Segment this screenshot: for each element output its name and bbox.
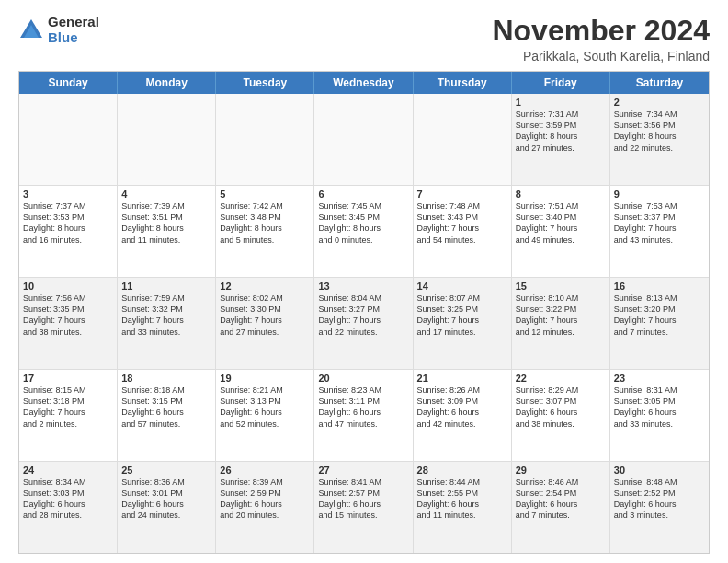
day-number: 9 bbox=[614, 189, 705, 200]
calendar-cell: 15Sunrise: 8:10 AMSunset: 3:22 PMDayligh… bbox=[512, 278, 610, 369]
day-number: 10 bbox=[23, 281, 113, 292]
day-number: 20 bbox=[318, 373, 408, 384]
cell-info: Sunrise: 8:21 AMSunset: 3:13 PMDaylight:… bbox=[220, 385, 310, 430]
calendar-cell: 26Sunrise: 8:39 AMSunset: 2:59 PMDayligh… bbox=[216, 462, 314, 553]
day-number: 11 bbox=[121, 281, 211, 292]
day-number: 24 bbox=[23, 465, 113, 476]
cell-info: Sunrise: 8:23 AMSunset: 3:11 PMDaylight:… bbox=[318, 385, 408, 430]
day-number: 6 bbox=[318, 189, 408, 200]
cell-info: Sunrise: 8:41 AMSunset: 2:57 PMDaylight:… bbox=[318, 477, 408, 522]
calendar-cell: 20Sunrise: 8:23 AMSunset: 3:11 PMDayligh… bbox=[314, 370, 413, 461]
cell-info: Sunrise: 8:34 AMSunset: 3:03 PMDaylight:… bbox=[23, 477, 113, 522]
day-number: 16 bbox=[614, 281, 705, 292]
calendar-row: 24Sunrise: 8:34 AMSunset: 3:03 PMDayligh… bbox=[19, 462, 709, 553]
day-number: 29 bbox=[516, 465, 606, 476]
calendar: SundayMondayTuesdayWednesdayThursdayFrid… bbox=[18, 71, 710, 554]
cell-info: Sunrise: 8:10 AMSunset: 3:22 PMDaylight:… bbox=[516, 293, 606, 338]
logo-icon bbox=[18, 17, 44, 43]
calendar-cell: 16Sunrise: 8:13 AMSunset: 3:20 PMDayligh… bbox=[610, 278, 709, 369]
day-number: 3 bbox=[23, 189, 113, 200]
cell-info: Sunrise: 8:18 AMSunset: 3:15 PMDaylight:… bbox=[121, 385, 211, 430]
cell-info: Sunrise: 7:53 AMSunset: 3:37 PMDaylight:… bbox=[614, 201, 705, 246]
cell-info: Sunrise: 7:37 AMSunset: 3:53 PMDaylight:… bbox=[23, 201, 113, 246]
cell-info: Sunrise: 8:36 AMSunset: 3:01 PMDaylight:… bbox=[121, 477, 211, 522]
cell-info: Sunrise: 7:56 AMSunset: 3:35 PMDaylight:… bbox=[23, 293, 113, 338]
cell-info: Sunrise: 7:31 AMSunset: 3:59 PMDaylight:… bbox=[516, 109, 606, 154]
day-number: 14 bbox=[417, 281, 507, 292]
day-number: 28 bbox=[417, 465, 507, 476]
page: General Blue November 2024 Parikkala, So… bbox=[0, 0, 728, 563]
calendar-cell: 2Sunrise: 7:34 AMSunset: 3:56 PMDaylight… bbox=[610, 94, 709, 185]
cell-info: Sunrise: 8:39 AMSunset: 2:59 PMDaylight:… bbox=[220, 477, 310, 522]
cell-info: Sunrise: 7:42 AMSunset: 3:48 PMDaylight:… bbox=[220, 201, 310, 246]
cell-info: Sunrise: 7:48 AMSunset: 3:43 PMDaylight:… bbox=[417, 201, 507, 246]
cell-info: Sunrise: 8:48 AMSunset: 2:52 PMDaylight:… bbox=[614, 477, 705, 522]
calendar-cell bbox=[314, 94, 413, 185]
calendar-cell: 28Sunrise: 8:44 AMSunset: 2:55 PMDayligh… bbox=[414, 462, 512, 553]
calendar-cell: 3Sunrise: 7:37 AMSunset: 3:53 PMDaylight… bbox=[19, 186, 118, 277]
day-number: 21 bbox=[417, 373, 507, 384]
cell-info: Sunrise: 7:59 AMSunset: 3:32 PMDaylight:… bbox=[121, 293, 211, 338]
calendar-cell: 8Sunrise: 7:51 AMSunset: 3:40 PMDaylight… bbox=[512, 186, 610, 277]
day-number: 26 bbox=[220, 465, 310, 476]
weekday-header: Wednesday bbox=[314, 72, 413, 94]
cell-info: Sunrise: 7:45 AMSunset: 3:45 PMDaylight:… bbox=[318, 201, 408, 246]
location: Parikkala, South Karelia, Finland bbox=[492, 49, 710, 63]
cell-info: Sunrise: 8:07 AMSunset: 3:25 PMDaylight:… bbox=[417, 293, 507, 338]
calendar-cell bbox=[118, 94, 216, 185]
calendar-cell: 18Sunrise: 8:18 AMSunset: 3:15 PMDayligh… bbox=[118, 370, 216, 461]
calendar-cell: 24Sunrise: 8:34 AMSunset: 3:03 PMDayligh… bbox=[19, 462, 118, 553]
calendar-cell bbox=[216, 94, 314, 185]
calendar-cell: 5Sunrise: 7:42 AMSunset: 3:48 PMDaylight… bbox=[216, 186, 314, 277]
calendar-cell: 30Sunrise: 8:48 AMSunset: 2:52 PMDayligh… bbox=[610, 462, 709, 553]
title-area: November 2024 Parikkala, South Karelia, … bbox=[492, 15, 710, 63]
day-number: 1 bbox=[516, 97, 606, 108]
calendar-cell: 17Sunrise: 8:15 AMSunset: 3:18 PMDayligh… bbox=[19, 370, 118, 461]
cell-info: Sunrise: 8:02 AMSunset: 3:30 PMDaylight:… bbox=[220, 293, 310, 338]
calendar-cell: 19Sunrise: 8:21 AMSunset: 3:13 PMDayligh… bbox=[216, 370, 314, 461]
header: General Blue November 2024 Parikkala, So… bbox=[18, 15, 710, 63]
calendar-row: 10Sunrise: 7:56 AMSunset: 3:35 PMDayligh… bbox=[19, 278, 709, 370]
calendar-cell: 12Sunrise: 8:02 AMSunset: 3:30 PMDayligh… bbox=[216, 278, 314, 369]
day-number: 8 bbox=[516, 189, 606, 200]
weekday-header: Saturday bbox=[610, 72, 709, 94]
weekday-header: Sunday bbox=[19, 72, 118, 94]
cell-info: Sunrise: 7:51 AMSunset: 3:40 PMDaylight:… bbox=[516, 201, 606, 246]
cell-info: Sunrise: 8:13 AMSunset: 3:20 PMDaylight:… bbox=[614, 293, 705, 338]
calendar-cell: 7Sunrise: 7:48 AMSunset: 3:43 PMDaylight… bbox=[414, 186, 512, 277]
cell-info: Sunrise: 7:34 AMSunset: 3:56 PMDaylight:… bbox=[614, 109, 705, 154]
calendar-cell: 29Sunrise: 8:46 AMSunset: 2:54 PMDayligh… bbox=[512, 462, 610, 553]
day-number: 23 bbox=[614, 373, 705, 384]
logo: General Blue bbox=[18, 15, 99, 45]
day-number: 13 bbox=[318, 281, 408, 292]
calendar-header: SundayMondayTuesdayWednesdayThursdayFrid… bbox=[19, 72, 709, 94]
weekday-header: Friday bbox=[512, 72, 610, 94]
calendar-cell: 25Sunrise: 8:36 AMSunset: 3:01 PMDayligh… bbox=[118, 462, 216, 553]
cell-info: Sunrise: 8:15 AMSunset: 3:18 PMDaylight:… bbox=[23, 385, 113, 430]
day-number: 12 bbox=[220, 281, 310, 292]
calendar-cell: 6Sunrise: 7:45 AMSunset: 3:45 PMDaylight… bbox=[314, 186, 413, 277]
day-number: 30 bbox=[614, 465, 705, 476]
calendar-cell bbox=[19, 94, 118, 185]
day-number: 22 bbox=[516, 373, 606, 384]
calendar-cell bbox=[414, 94, 512, 185]
calendar-cell: 13Sunrise: 8:04 AMSunset: 3:27 PMDayligh… bbox=[314, 278, 413, 369]
cell-info: Sunrise: 7:39 AMSunset: 3:51 PMDaylight:… bbox=[121, 201, 211, 246]
calendar-cell: 10Sunrise: 7:56 AMSunset: 3:35 PMDayligh… bbox=[19, 278, 118, 369]
calendar-cell: 11Sunrise: 7:59 AMSunset: 3:32 PMDayligh… bbox=[118, 278, 216, 369]
logo-general: General bbox=[48, 15, 99, 30]
weekday-header: Monday bbox=[118, 72, 216, 94]
day-number: 5 bbox=[220, 189, 310, 200]
calendar-row: 1Sunrise: 7:31 AMSunset: 3:59 PMDaylight… bbox=[19, 94, 709, 186]
cell-info: Sunrise: 8:46 AMSunset: 2:54 PMDaylight:… bbox=[516, 477, 606, 522]
day-number: 18 bbox=[121, 373, 211, 384]
day-number: 25 bbox=[121, 465, 211, 476]
calendar-body: 1Sunrise: 7:31 AMSunset: 3:59 PMDaylight… bbox=[19, 94, 709, 553]
day-number: 17 bbox=[23, 373, 113, 384]
calendar-cell: 27Sunrise: 8:41 AMSunset: 2:57 PMDayligh… bbox=[314, 462, 413, 553]
cell-info: Sunrise: 8:29 AMSunset: 3:07 PMDaylight:… bbox=[516, 385, 606, 430]
calendar-cell: 9Sunrise: 7:53 AMSunset: 3:37 PMDaylight… bbox=[610, 186, 709, 277]
logo-text: General Blue bbox=[48, 15, 99, 45]
calendar-row: 17Sunrise: 8:15 AMSunset: 3:18 PMDayligh… bbox=[19, 370, 709, 462]
day-number: 27 bbox=[318, 465, 408, 476]
